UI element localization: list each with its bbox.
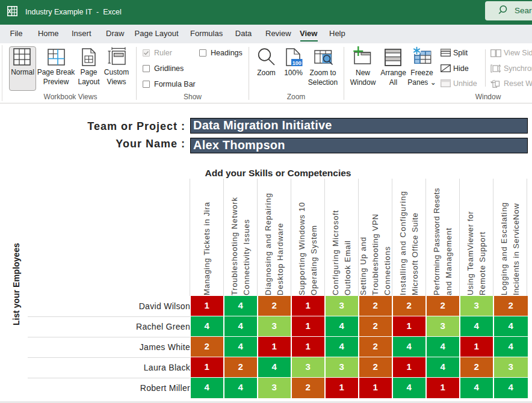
- svg-text:100: 100: [292, 60, 302, 66]
